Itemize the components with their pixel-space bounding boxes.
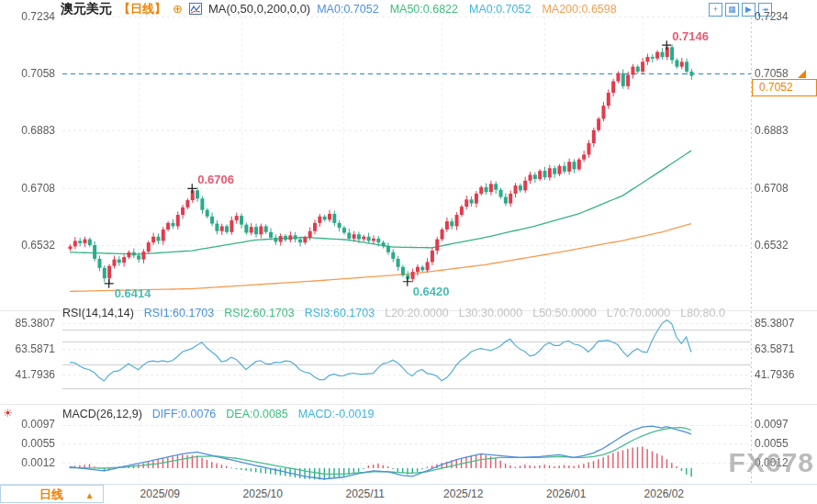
macd-header: MACD(26,12,9) DIFF:0.0076 DEA:0.0085 MAC… bbox=[62, 408, 374, 420]
y-axis-label: 0.7234 bbox=[755, 10, 789, 23]
dea-value: DEA:0.0085 bbox=[226, 408, 287, 420]
y-axis-label: 0.6708 bbox=[13, 182, 55, 195]
y-axis-label: 0.7058 bbox=[755, 67, 789, 80]
rsi-level-l20: L20:20.0000 bbox=[385, 307, 449, 319]
rsi-level-l70: L70:70.0000 bbox=[607, 307, 671, 319]
chart-app: { "header": { "symbol": "澳元美元", "period_… bbox=[0, 0, 817, 504]
ma200-value: MA200:0.6598 bbox=[542, 3, 616, 16]
rsi-level-l30: L30:30.0000 bbox=[459, 307, 523, 319]
price-annotation: 0.6420 bbox=[413, 285, 450, 298]
price-chart-canvas[interactable] bbox=[0, 0, 817, 504]
y-axis-label: 0.6708 bbox=[755, 182, 789, 195]
y-axis-label: 0.6532 bbox=[13, 239, 55, 252]
ma0-value: MA0:0.7052 bbox=[317, 3, 378, 16]
time-tick-label: 2025/09 bbox=[140, 487, 180, 500]
last-price-tag: 0.7052 bbox=[752, 79, 817, 96]
arrow-up-icon: ▲ bbox=[85, 490, 95, 500]
y-axis-label: 0.7058 bbox=[13, 67, 55, 80]
time-tick-label: 2026/02 bbox=[644, 487, 684, 500]
rsi-axis-label: 85.3807 bbox=[13, 317, 55, 330]
macd-axis-label: 0.0012 bbox=[13, 456, 55, 469]
price-annotation: 0.6414 bbox=[115, 286, 151, 300]
chart-type-icon[interactable] bbox=[189, 3, 202, 15]
macd-axis-label: 0.0097 bbox=[13, 418, 55, 431]
macd-name[interactable]: MACD(26,12,9) bbox=[62, 408, 142, 420]
price-arrow-icon bbox=[798, 70, 806, 78]
rsi-axis-label: 41.7936 bbox=[13, 368, 55, 381]
price-annotation: 0.6706 bbox=[197, 173, 234, 186]
period-selector[interactable]: 日线 ▲ bbox=[0, 485, 104, 503]
period-label: 日线 bbox=[39, 487, 63, 501]
rsi1-value: RSI1:60.1703 bbox=[144, 307, 214, 319]
time-axis-bar bbox=[0, 484, 817, 504]
rsi-axis-label: 85.3807 bbox=[755, 317, 794, 330]
rsi-level-l50: L50:50.0000 bbox=[532, 307, 597, 319]
y-axis-label: 0.6883 bbox=[13, 124, 55, 137]
macd-value: MACD:-0.0019 bbox=[298, 408, 375, 420]
chart-header: 澳元美元 【日线】 ⊕ MA(0,50,0,200,0,0) MA0:0.705… bbox=[61, 1, 617, 17]
rsi-axis-label: 63.5871 bbox=[13, 342, 55, 355]
ma-settings-label[interactable]: MA(0,50,0,200,0,0) bbox=[208, 2, 310, 16]
indicator-settings-sun-icon[interactable]: ☀ bbox=[3, 407, 13, 420]
auto-scroll-icon[interactable]: ▶ bbox=[742, 3, 755, 17]
y-axis-label: 0.6883 bbox=[755, 124, 789, 137]
ma-values: MA0:0.7052 MA50:0.6822 MA0:0.7052 MA200:… bbox=[317, 3, 617, 16]
rsi-axis-label: 63.5871 bbox=[755, 342, 794, 355]
rsi-axis-label: 41.7936 bbox=[755, 368, 794, 381]
move-chart-icon[interactable]: + bbox=[709, 3, 722, 17]
y-axis-label: 0.6532 bbox=[755, 239, 789, 252]
diff-value: DIFF:0.0076 bbox=[152, 408, 216, 420]
time-tick-label: 2025/10 bbox=[243, 487, 283, 500]
price-annotation: 0.7146 bbox=[672, 29, 709, 43]
time-tick-label: 2025/11 bbox=[345, 487, 385, 500]
period-tag[interactable]: 【日线】 bbox=[118, 1, 166, 17]
macd-axis-label: 0.0055 bbox=[13, 437, 55, 450]
time-tick-label: 2025/12 bbox=[443, 487, 483, 500]
rsi2-value: RSI2:60.1703 bbox=[224, 307, 294, 319]
ma50-value: MA50:0.6822 bbox=[390, 3, 458, 16]
symbol-name: 澳元美元 bbox=[61, 1, 112, 17]
rsi-level-l80: L80:80.0 bbox=[680, 307, 725, 319]
watermark: FX678 bbox=[729, 447, 814, 478]
y-axis-label: 0.7234 bbox=[13, 10, 55, 23]
time-tick-label: 2026/01 bbox=[546, 487, 586, 500]
add-indicator-icon[interactable]: ⊕ bbox=[173, 2, 183, 16]
rsi-header: RSI(14,14,14) RSI1:60.1703 RSI2:60.1703 … bbox=[62, 307, 725, 319]
ma0b-value: MA0:0.7052 bbox=[469, 3, 531, 16]
rsi-name[interactable]: RSI(14,14,14) bbox=[62, 307, 134, 319]
rsi3-value: RSI3:60.1703 bbox=[305, 307, 375, 319]
grid-settings-icon[interactable]: ▦ bbox=[725, 3, 739, 17]
macd-axis-label: 0.0097 bbox=[755, 418, 789, 431]
